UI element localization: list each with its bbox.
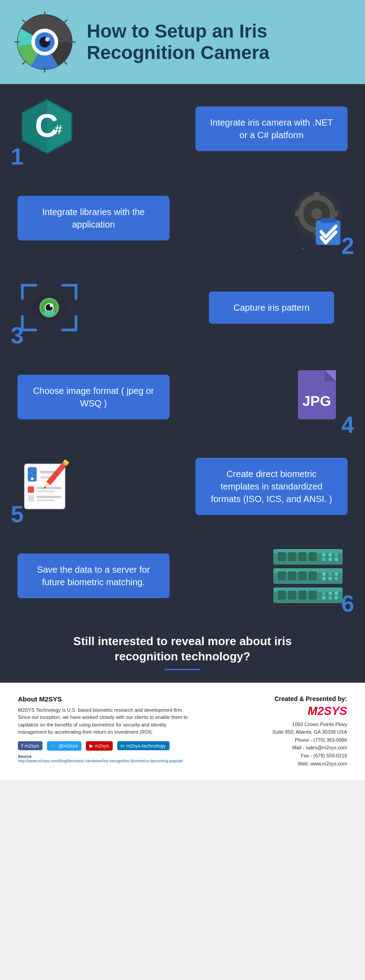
contact-address: 1050 Crown Pointe Pkwy Suite 850, Atlant…	[272, 721, 347, 768]
svg-point-67	[328, 553, 332, 557]
footer-contact: Created & Presented by: M2SYS 1050 Crown…	[272, 695, 347, 768]
svg-point-68	[335, 553, 338, 557]
csharp-icon: C #	[18, 97, 178, 160]
step-3: Capture iris pattern 3	[0, 263, 365, 352]
svg-rect-75	[288, 571, 296, 580]
linkedin-handle: m2sys-technology	[126, 743, 166, 748]
svg-rect-51	[37, 496, 61, 498]
youtube-link[interactable]: ▶ m2sys	[86, 741, 113, 751]
svg-rect-23	[295, 211, 301, 216]
svg-rect-89	[309, 591, 317, 600]
svg-rect-28	[299, 248, 306, 249]
footer-info-section: About M2SYS M2SYS Technology is U.S. bas…	[0, 683, 365, 781]
svg-rect-62	[278, 552, 286, 561]
svg-point-82	[328, 577, 332, 580]
svg-point-81	[322, 577, 326, 580]
svg-rect-52	[37, 499, 55, 501]
svg-line-12	[22, 61, 26, 64]
m2sys-logo: M2SYS	[272, 704, 347, 718]
svg-point-93	[322, 596, 326, 600]
svg-rect-76	[298, 571, 306, 580]
step-1-label: Integrate iris camera with .NET or a C# …	[195, 106, 348, 151]
step-2: Integrate libraries with the application	[0, 173, 365, 263]
svg-text:JPG: JPG	[302, 393, 331, 409]
footer-about: About M2SYS M2SYS Technology is U.S. bas…	[18, 695, 188, 768]
step-6: Save the data to a server for future bio…	[0, 531, 365, 621]
step-3-number: 3	[11, 324, 24, 347]
header-section: How to Setup an Iris Recognition Camera	[0, 0, 365, 84]
step-3-label: Capture iris pattern	[209, 291, 334, 324]
svg-point-78	[322, 572, 326, 576]
svg-rect-64	[298, 552, 306, 561]
twitter-handle: @m2sys	[59, 743, 78, 748]
step-4-number: 4	[341, 413, 354, 436]
svg-point-69	[322, 558, 326, 561]
svg-point-70	[328, 558, 332, 561]
svg-rect-77	[309, 571, 317, 580]
server-rack-icon	[187, 547, 347, 605]
step-4-label: Choose image format ( jpeg or WSQ )	[17, 375, 170, 419]
social-links-row: f m2sys 🐦 @m2sys ▶ m2sys in m2sys-techno…	[18, 741, 188, 751]
step-1-number: 1	[11, 145, 24, 168]
youtube-icon: ▶	[89, 743, 93, 749]
svg-point-91	[328, 591, 332, 595]
footer-cta-text: Still interested to reveal more about ir…	[57, 634, 308, 664]
about-text: M2SYS Technology is U.S. based biometric…	[18, 706, 188, 736]
form-pencil-icon	[18, 457, 178, 515]
svg-rect-63	[288, 552, 296, 561]
svg-rect-65	[309, 552, 317, 561]
step-4: Choose image format ( jpeg or WSQ ) JPG …	[0, 352, 365, 442]
svg-rect-47	[28, 486, 34, 493]
step-2-label: Integrate libraries with the application	[17, 196, 170, 241]
twitter-icon: 🐦	[51, 743, 57, 749]
svg-rect-50	[37, 490, 55, 492]
svg-text:#: #	[55, 122, 62, 137]
source-label: Source	[18, 754, 32, 759]
svg-point-20	[311, 208, 322, 219]
step-2-number: 2	[341, 234, 354, 258]
svg-point-94	[328, 596, 332, 600]
facebook-icon: f	[21, 743, 23, 748]
step-6-number: 6	[341, 592, 354, 615]
svg-point-80	[335, 572, 338, 576]
step-1: C # Integrate iris camera with .NET or a…	[0, 84, 365, 173]
facebook-link[interactable]: f m2sys	[18, 741, 42, 750]
svg-rect-49	[37, 487, 61, 489]
linkedin-link[interactable]: in m2sys-technology	[117, 741, 170, 750]
svg-point-71	[335, 558, 338, 561]
svg-point-79	[328, 572, 332, 576]
svg-rect-88	[298, 591, 306, 600]
header-logo-icon	[13, 11, 76, 73]
youtube-handle: m2sys	[95, 743, 109, 748]
step-5: Create direct biometric templates in sta…	[0, 442, 365, 531]
svg-rect-74	[278, 571, 286, 580]
svg-line-11	[64, 20, 67, 23]
source-link[interactable]: http://www.m2sys.com/blog/biometric-hard…	[18, 759, 183, 763]
svg-point-44	[31, 477, 34, 480]
svg-point-66	[322, 553, 326, 557]
svg-point-36	[44, 310, 55, 316]
step-5-label: Create direct biometric templates in sta…	[195, 458, 348, 515]
twitter-link[interactable]: 🐦 @m2sys	[47, 741, 81, 751]
svg-rect-24	[332, 211, 338, 216]
footer-cta-section: Still interested to reveal more about ir…	[0, 621, 365, 683]
facebook-handle: m2sys	[25, 743, 39, 748]
page-title: How to Setup an Iris Recognition Camera	[87, 21, 352, 64]
svg-point-4	[45, 37, 50, 42]
source-section: Source http://www.m2sys.com/blog/biometr…	[18, 754, 188, 763]
svg-rect-30	[320, 218, 336, 223]
svg-rect-87	[288, 591, 296, 600]
svg-rect-48	[28, 495, 34, 502]
jpg-file-icon: JPG	[187, 366, 347, 428]
svg-point-95	[335, 596, 338, 600]
iris-camera-icon	[18, 281, 178, 334]
svg-rect-21	[314, 192, 319, 199]
gear-check-icon	[187, 187, 347, 249]
svg-point-37	[50, 304, 53, 307]
svg-point-90	[322, 591, 326, 595]
svg-point-92	[335, 591, 338, 595]
svg-rect-86	[278, 591, 286, 600]
step-5-number: 5	[11, 503, 24, 526]
svg-point-83	[335, 577, 338, 580]
about-title: About M2SYS	[18, 695, 188, 703]
